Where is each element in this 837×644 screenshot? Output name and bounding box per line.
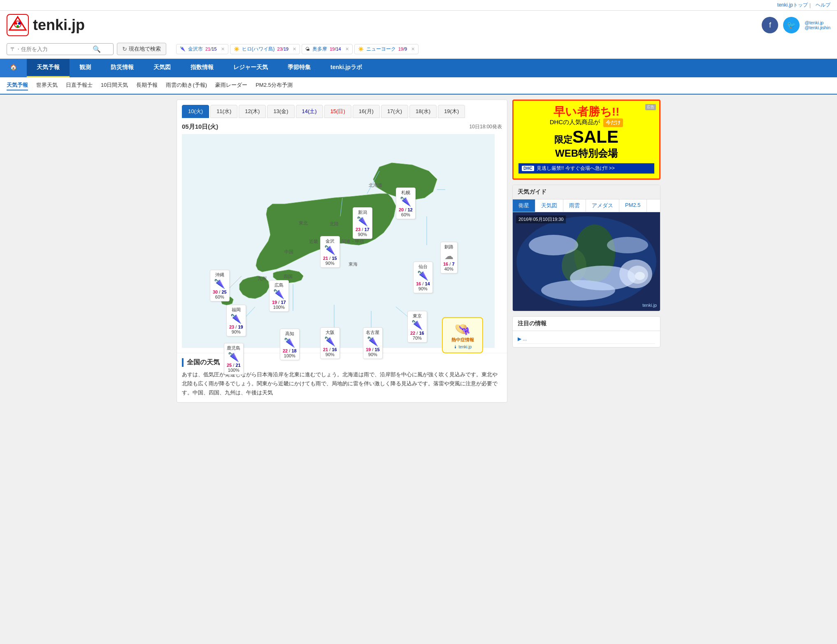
chip-close-icon[interactable]: ✕ <box>293 46 296 52</box>
search-input[interactable] <box>10 46 93 52</box>
chip-kanazawa[interactable]: 🌂 金沢市 21/15 ✕ <box>176 44 228 54</box>
weather-kushiro[interactable]: 釧路 ☁ 16 / 7 40% <box>440 242 458 273</box>
location-search-button[interactable]: ↻ 現在地で検索 <box>117 43 166 55</box>
ad-web: WEB特別会場 <box>518 147 654 160</box>
info-title: 注目の情報 <box>513 317 660 331</box>
twitter-button[interactable]: 🐦 <box>783 17 800 33</box>
date-tab-17[interactable]: 17(火) <box>381 105 408 118</box>
weather-okinawa[interactable]: 沖縄 🌂 30 / 25 60% <box>210 270 230 301</box>
svg-point-32 <box>607 237 648 253</box>
weather-nagoya[interactable]: 名古屋 🌂 19 / 15 90% <box>363 327 383 359</box>
chip-city: 奥多摩 <box>312 46 327 53</box>
search-button[interactable]: 🔍 <box>93 45 101 53</box>
guide-tab-amedas[interactable]: アメダス <box>586 199 619 212</box>
nav-home-icon[interactable]: 🏠 <box>0 59 27 77</box>
date-tab-14[interactable]: 14(土) <box>296 105 323 118</box>
chip-hiro[interactable]: ☀️ ヒロ(ハワイ島) 23/19 ✕ <box>230 44 300 54</box>
left-panel: 10(火) 11(水) 12(木) 13(金) 14(土) 15(日) 16(月… <box>177 100 507 403</box>
twitter-handle1: @tenki.jp <box>804 20 830 25</box>
subnav-long[interactable]: 長期予報 <box>136 81 158 90</box>
weather-osaka[interactable]: 大阪 🌂 21 / 16 90% <box>320 327 340 359</box>
satellite-logo: tenki.jp <box>642 303 657 308</box>
nav-kansoku[interactable]: 観測 <box>70 59 101 77</box>
svg-point-36 <box>635 272 645 280</box>
subnav-pm25[interactable]: PM2.5分布予測 <box>256 81 293 90</box>
weather-kagoshima[interactable]: 鹿児島 🌂 25 / 21 100% <box>224 343 244 375</box>
facebook-button[interactable]: f <box>762 17 778 33</box>
umbrella-icon: 🌂 <box>367 336 378 347</box>
satellite-image[interactable]: 2016年05月10日19:30 <box>513 212 660 311</box>
japan-map[interactable]: 北海道 東北 北陸 近畿 中国 関東・甲信 東海 九州 四国 <box>182 134 495 348</box>
umbrella-icon: 🌂 <box>324 336 335 347</box>
top-bar: tenki.jpトップ | ヘルプ <box>0 0 837 11</box>
nav-lab[interactable]: tenki.jpラボ <box>321 59 372 77</box>
subnav-10day[interactable]: 10日間天気 <box>101 81 128 90</box>
tenki-logo-small: 🌡 tenki.jp <box>446 345 479 349</box>
guide-tab-tenkizu[interactable]: 天気図 <box>535 199 563 212</box>
nav-season[interactable]: 季節特集 <box>278 59 321 77</box>
ad-imaake: 今だけ <box>603 118 623 127</box>
nav-leisure[interactable]: レジャー天気 <box>223 59 278 77</box>
ad-sale: 限定SALE <box>518 127 654 147</box>
date-tab-13[interactable]: 13(金) <box>267 105 294 118</box>
site-name: tenki.jp <box>33 16 85 34</box>
guide-tab-satellite[interactable]: 衛星 <box>513 199 535 212</box>
guide-tab-amagumo[interactable]: 雨雲 <box>563 199 586 212</box>
date-tab-15[interactable]: 15(日) <box>324 105 351 118</box>
refresh-icon: ↻ <box>122 46 127 52</box>
chip-newyork[interactable]: ☀️ ニューヨーク 19/9 ✕ <box>354 44 418 54</box>
weather-sendai[interactable]: 仙台 🌂 16 / 14 90% <box>413 262 433 293</box>
ad-subtitle: DHCの人気商品が 今だけ <box>518 118 654 127</box>
svg-text:東北: 東北 <box>299 220 308 225</box>
chip-close-icon[interactable]: ✕ <box>345 46 349 52</box>
chip-close-icon[interactable]: ✕ <box>221 46 225 52</box>
svg-point-4 <box>18 22 21 25</box>
sub-nav: 天気予報 世界天気 日直予報士 10日間天気 長期予報 雨雲の動き(予報) 豪雨… <box>0 77 837 95</box>
subnav-world[interactable]: 世界天気 <box>36 81 58 90</box>
date-tab-10[interactable]: 10(火) <box>182 105 209 118</box>
weather-kanazawa[interactable]: 金沢 🌂 21 / 15 90% <box>320 236 340 268</box>
svg-text:関東・甲信: 関東・甲信 <box>342 239 364 244</box>
nav-tenki-yoho[interactable]: 天気予報 <box>27 59 70 77</box>
chip-icon: 🌤 <box>305 46 310 51</box>
weather-fukuoka[interactable]: 福岡 🌂 23 / 19 90% <box>226 305 246 336</box>
top-link[interactable]: tenki.jpトップ <box>777 2 808 9</box>
subnav-tenki[interactable]: 天気予報 <box>7 81 28 90</box>
weather-sapporo[interactable]: 札幌 🌂 20 / 12 60% <box>396 188 416 219</box>
heatstroke-box[interactable]: 👒 熱中症情報 🌡 tenki.jp <box>442 317 483 353</box>
umbrella-icon: 🌂 <box>324 245 335 256</box>
nav-shisu[interactable]: 指数情報 <box>181 59 223 77</box>
subnav-rain[interactable]: 雨雲の動き(予報) <box>166 81 207 90</box>
nav-bousai[interactable]: 防災情報 <box>101 59 144 77</box>
nav-tenkizu[interactable]: 天気図 <box>144 59 181 77</box>
date-tab-19[interactable]: 19(木) <box>438 105 465 118</box>
weather-niigata[interactable]: 新潟 🌂 23 / 17 90% <box>353 207 372 239</box>
date-tab-12[interactable]: 12(木) <box>239 105 266 118</box>
umbrella-icon: 🌂 <box>273 289 284 300</box>
subnav-heavy[interactable]: 豪雨レーダー <box>215 81 247 90</box>
svg-text:九州: 九州 <box>258 276 267 281</box>
chip-okutama[interactable]: 🌤 奥多摩 19/14 ✕ <box>302 44 353 54</box>
map-time: 10日18:00発表 <box>470 123 502 130</box>
subnav-nicchoku[interactable]: 日直予報士 <box>66 81 93 90</box>
cloud-icon: ☁ <box>444 251 453 262</box>
svg-text:東海: 東海 <box>349 262 358 266</box>
guide-tab-pm25[interactable]: PM2.5 <box>619 199 647 212</box>
weather-kochi[interactable]: 高知 🌂 22 / 18 100% <box>280 329 300 360</box>
umbrella-icon: 🌂 <box>214 279 225 290</box>
weather-hiroshima[interactable]: 広島 🌂 19 / 17 100% <box>269 280 289 312</box>
chip-close-icon[interactable]: ✕ <box>411 46 415 52</box>
help-link[interactable]: ヘルプ <box>816 2 830 9</box>
ad-banner[interactable]: 広告 早い者勝ち!! DHCの人気商品が 今だけ 限定SALE WEB特別会場 … <box>512 100 660 180</box>
weather-tokyo[interactable]: 東京 🌂 22 / 16 70% <box>407 311 427 343</box>
date-tab-16[interactable]: 16(月) <box>353 105 380 118</box>
svg-point-3 <box>15 22 17 25</box>
logo-icon <box>7 14 29 36</box>
right-panel: 広告 早い者勝ち!! DHCの人気商品が 今だけ 限定SALE WEB特別会場 … <box>512 100 660 403</box>
umbrella-icon: 🌂 <box>230 314 242 324</box>
umbrella-icon: 🌂 <box>228 352 239 363</box>
info-item[interactable]: ▶ ... <box>518 334 655 344</box>
date-tab-18[interactable]: 18(水) <box>409 105 437 118</box>
svg-text:近畿: 近畿 <box>309 239 318 244</box>
date-tab-11[interactable]: 11(水) <box>210 105 237 118</box>
